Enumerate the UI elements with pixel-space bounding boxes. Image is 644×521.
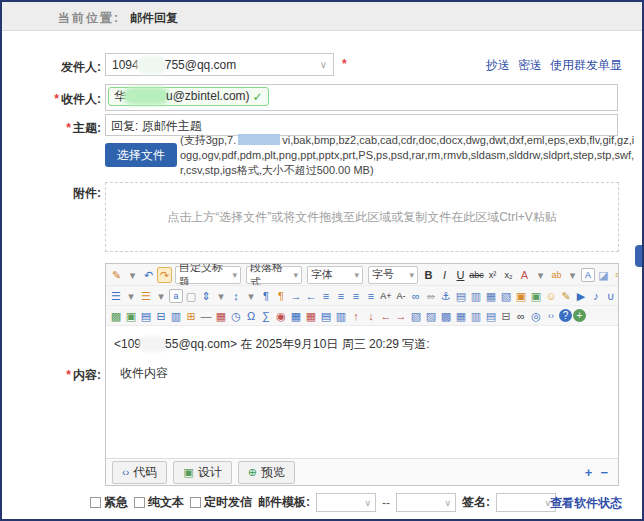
font-size-select[interactable]: 字号▾ [368,266,418,284]
choose-file-button[interactable]: 选择文件 [105,143,177,167]
source-code-icon[interactable]: ‹› [544,308,558,324]
blank-page-icon[interactable]: ▢ [184,288,198,304]
insert-col-left-icon[interactable]: ← [379,308,393,324]
unordered-list-caret-icon[interactable]: ▾ [154,288,168,304]
align-left-icon[interactable]: ≡ [319,288,333,304]
checkbox-icon[interactable] [134,497,145,508]
link-抄送[interactable]: 抄送 [486,57,510,74]
insert-formula-icon[interactable]: ∑ [259,308,273,324]
template-select-2[interactable]: ∨ [396,493,456,512]
add-more-icon[interactable]: + [573,309,586,322]
signature-select[interactable]: ∨ [496,493,556,512]
shrink-editor-icon[interactable]: − [600,465,608,480]
line-height-caret-icon[interactable]: ▾ [214,288,228,304]
table-properties-icon[interactable]: ▤ [319,308,333,324]
subscript-icon[interactable]: x₂ [501,267,516,283]
align-right-icon[interactable]: ≡ [349,288,363,304]
strikethrough-icon[interactable]: abc [469,267,484,283]
merge-down-icon[interactable]: ▩ [439,308,453,324]
indent-icon[interactable]: → [289,288,303,304]
hand-paint-icon[interactable]: ✎ [559,288,573,304]
insert-music-icon[interactable]: ♪ [589,288,603,304]
image-block-icon[interactable]: ▧ [499,288,513,304]
highlight-color-caret-icon[interactable]: ▾ [565,267,580,283]
delete-table-icon[interactable]: ▦ [304,308,318,324]
font-color-caret-icon[interactable]: ▾ [533,267,548,283]
horizontal-rule-icon[interactable]: — [199,308,213,324]
checkbox-icon[interactable] [190,497,201,508]
link-使用群发单显[interactable]: 使用群发单显 [550,57,622,74]
expand-editor-icon[interactable]: + [585,465,593,480]
recipient-tag[interactable]: 华u@zbintel.com) ✓ [108,87,269,106]
insert-image-icon[interactable]: ▣ [514,288,528,304]
insert-columns-icon[interactable]: ▥ [169,308,183,324]
insert-pagebreak-icon[interactable]: ⊞ [184,308,198,324]
view-software-status-link[interactable]: 查看软件状态 [550,495,622,512]
insert-template-icon[interactable]: ⊟ [154,308,168,324]
image-inline-icon[interactable]: ▦ [484,288,498,304]
ltr-paragraph-icon[interactable]: ¶ [259,288,273,304]
help-icon[interactable]: ? [559,309,572,322]
char-border-icon[interactable]: A [581,268,595,282]
scrollbar-thumb[interactable] [635,245,642,267]
cell-properties-icon[interactable]: ▥ [334,308,348,324]
unordered-list-icon[interactable]: ☰ [139,288,153,304]
insert-col-right-icon[interactable]: → [394,308,408,324]
merge-right-icon[interactable]: ▨ [424,308,438,324]
highlight-color-icon[interactable]: ab [549,267,564,283]
bold-icon[interactable]: B [421,267,436,283]
special-character-icon[interactable]: Ω [244,308,258,324]
insert-table-icon[interactable]: ▦ [289,308,303,324]
quick-format-caret-icon[interactable]: ▾ [125,267,140,283]
emoticon[interactable]: ☺ [544,288,558,304]
table-sort-icon[interactable]: ▤ [484,308,498,324]
rtl-paragraph-icon[interactable]: ¶ [274,288,288,304]
ordered-list-icon[interactable]: ☰ [109,288,123,304]
list-style-icon[interactable]: a [169,289,183,303]
anchor-icon[interactable]: ⚓ [439,288,453,304]
insert-video-icon[interactable]: ▶ [574,288,588,304]
format-painter-icon[interactable]: ✑ [612,267,618,283]
recipient-input[interactable]: 华u@zbintel.com) ✓ [105,84,618,111]
paragraph-spacing-caret-icon[interactable]: ▾ [244,288,258,304]
attachment-dropzone[interactable]: 点击上方“选择文件”或将文件拖拽至此区域或复制文件在此区域Ctrl+V粘贴 [105,182,619,252]
checkbox-icon[interactable] [90,497,101,508]
align-center-icon[interactable]: ≡ [334,288,348,304]
insert-attachment-icon[interactable]: ∪ [604,288,618,304]
tab-code[interactable]: ‹›代码 [112,461,167,484]
insert-link-icon[interactable]: ∞ [409,288,423,304]
print-icon[interactable]: ⊟ [499,308,513,324]
screenshot-icon[interactable]: ▣ [124,308,138,324]
insert-row-below-icon[interactable]: ↓ [364,308,378,324]
font-family-select[interactable]: 字体▾ [307,266,363,284]
insert-date-icon[interactable]: ▦ [214,308,228,324]
tab-preview[interactable]: ⊕预览 [238,461,295,484]
sender-select[interactable]: 1094755@qq.com ∨ [105,53,334,76]
paragraph-format-select[interactable]: 段落格式▾ [246,266,302,284]
ordered-list-caret-icon[interactable]: ▾ [124,288,138,304]
template-select-1[interactable]: ∨ [316,493,376,512]
eraser-icon[interactable]: ◪ [596,267,611,283]
decrease-font-size-icon[interactable]: A- [394,288,408,304]
insert-file-icon[interactable]: ▤ [139,308,153,324]
outdent-icon[interactable]: ← [304,288,318,304]
font-color-icon[interactable]: A [517,267,532,283]
checkbox-定时发信[interactable]: 定时发信 [190,494,252,511]
increase-font-size-icon[interactable]: A+ [379,288,393,304]
split-cols-icon[interactable]: ▥ [469,308,483,324]
editor-content-area[interactable]: <10955@qq.com> 在 2025年9月10日 周三 20:29 写道:… [106,326,618,458]
custom-heading-select[interactable]: 自定义标题▾ [175,266,241,284]
image-float-left-icon[interactable]: ▤ [454,288,468,304]
split-rows-icon[interactable]: ▦ [454,308,468,324]
line-height-icon[interactable]: ⇕ [199,288,213,304]
paragraph-spacing-icon[interactable]: ↕ [229,288,243,304]
quick-format-icon[interactable]: ✎ [109,267,124,283]
insert-seal-icon[interactable]: ◉ [274,308,288,324]
underline-icon[interactable]: U [453,267,468,283]
italic-icon[interactable]: I [437,267,452,283]
remove-link-icon[interactable]: ∞ [424,288,438,304]
find-replace-icon[interactable]: ∞ [514,308,528,324]
insert-online-image-icon[interactable]: ▣ [529,288,543,304]
insert-row-above-icon[interactable]: ↑ [349,308,363,324]
checkbox-紧急[interactable]: 紧急 [90,494,128,511]
